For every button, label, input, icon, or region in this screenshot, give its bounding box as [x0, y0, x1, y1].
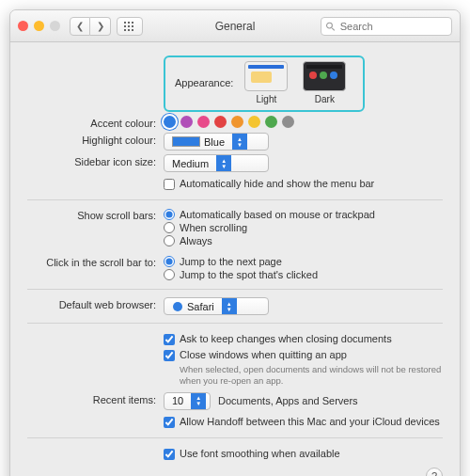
scrollbars-option-2[interactable]: Always [164, 235, 212, 246]
recent-items-value: 10 [172, 395, 183, 406]
close-icon[interactable] [18, 21, 28, 31]
stepper-arrows-icon: ▲▼ [222, 298, 237, 314]
accent-label: Accent colour: [27, 116, 164, 129]
scrollbars-label: Show scroll bars: [27, 208, 164, 221]
highlight-label: Highlight colour: [27, 133, 164, 146]
sidebar-icon-value: Medium [172, 158, 209, 169]
appearance-light-option[interactable]: Light [244, 61, 288, 104]
dark-thumb-label: Dark [315, 94, 335, 104]
sidebar-icon-select[interactable]: Medium ▲▼ [164, 154, 269, 172]
light-thumb-label: Light [257, 94, 277, 104]
separator [27, 437, 443, 438]
auto-hide-menubar-input[interactable] [164, 179, 175, 190]
svg-rect-7 [128, 29, 130, 31]
minimize-icon[interactable] [34, 21, 44, 31]
search-icon [325, 21, 336, 32]
recent-items-select[interactable]: 10 ▲▼ [164, 392, 211, 410]
safari-icon [172, 301, 183, 312]
highlight-swatch-icon [172, 136, 200, 147]
zoom-icon[interactable] [50, 21, 60, 31]
ask-keep-checkbox[interactable]: Ask to keep changes when closing documen… [164, 333, 392, 345]
prefs-window: ❮ ❯ General Appearance: Ligh [9, 9, 461, 476]
svg-rect-0 [124, 22, 126, 24]
stepper-arrows-icon: ▲▼ [191, 393, 206, 409]
scrollbars-group: Automatically based on mouse or trackpad… [164, 208, 443, 247]
click-scroll-radio-0[interactable] [164, 256, 175, 267]
accent-color-5[interactable] [248, 116, 260, 128]
separator [27, 289, 443, 290]
click-scroll-option-1[interactable]: Jump to the spot that's clicked [164, 269, 318, 280]
scrollbars-radio-0[interactable] [164, 209, 175, 220]
click-scroll-option-label: Jump to the spot that's clicked [180, 269, 318, 280]
svg-rect-6 [124, 29, 126, 31]
ask-keep-label: Ask to keep changes when closing documen… [180, 333, 392, 344]
sidebar-icon-label: Sidebar icon size: [27, 154, 164, 167]
font-smoothing-checkbox[interactable]: Use font smoothing when available [164, 448, 340, 460]
click-scroll-group: Jump to the next pageJump to the spot th… [164, 255, 443, 281]
appearance-label: Appearance: [175, 77, 233, 88]
close-windows-checkbox[interactable]: Close windows when quitting an app [164, 349, 347, 361]
scrollbars-radio-2[interactable] [164, 235, 175, 246]
scrollbars-option-label: When scrolling [180, 222, 247, 233]
handoff-input[interactable] [164, 417, 175, 428]
accent-color-3[interactable] [214, 116, 227, 128]
highlight-select[interactable]: Blue ▲▼ [164, 133, 269, 151]
accent-color-1[interactable] [180, 116, 193, 128]
auto-hide-menubar-label: Automatically hide and show the menu bar [180, 178, 374, 189]
browser-value: Safari [187, 301, 214, 312]
scrollbars-option-0[interactable]: Automatically based on mouse or trackpad [164, 209, 375, 220]
accent-color-7[interactable] [282, 116, 294, 128]
highlight-value: Blue [204, 136, 225, 148]
svg-point-11 [173, 302, 182, 311]
svg-point-9 [327, 23, 333, 28]
click-scroll-option-0[interactable]: Jump to the next page [164, 256, 282, 267]
accent-color-0[interactable] [164, 116, 176, 128]
separator [27, 199, 443, 200]
scrollbars-radio-1[interactable] [164, 222, 175, 233]
appearance-dark-option[interactable]: Dark [303, 61, 346, 104]
close-windows-label: Close windows when quitting an app [180, 349, 347, 360]
svg-rect-3 [124, 25, 126, 27]
accent-color-2[interactable] [197, 116, 210, 128]
scrollbars-option-1[interactable]: When scrolling [164, 222, 247, 233]
click-scroll-label: Click in the scroll bar to: [27, 255, 164, 268]
scrollbars-option-label: Automatically based on mouse or trackpad [180, 209, 375, 220]
show-all-button[interactable] [117, 17, 143, 36]
forward-button[interactable]: ❯ [90, 17, 111, 36]
click-scroll-option-label: Jump to the next page [180, 256, 282, 267]
browser-label: Default web browser: [27, 297, 164, 310]
svg-rect-5 [132, 25, 133, 27]
grid-icon [124, 22, 135, 31]
browser-select[interactable]: Safari ▲▼ [164, 297, 269, 315]
recent-items-suffix: Documents, Apps and Servers [218, 395, 358, 406]
stepper-arrows-icon: ▲▼ [216, 155, 231, 171]
titlebar: ❮ ❯ General [10, 10, 460, 42]
traffic-lights [18, 21, 60, 31]
back-button[interactable]: ❮ [70, 17, 90, 36]
font-smoothing-label: Use font smoothing when available [180, 448, 340, 459]
close-windows-input[interactable] [164, 350, 175, 361]
font-smoothing-input[interactable] [164, 449, 175, 460]
appearance-highlight-box: Appearance: Light Dark [164, 56, 365, 112]
handoff-label: Allow Handoff between this Mac and your … [180, 416, 440, 427]
close-windows-fine-print: When selected, open documents and window… [180, 364, 443, 387]
search-input[interactable] [338, 20, 447, 33]
light-thumb-icon [244, 61, 288, 91]
accent-color-4[interactable] [231, 116, 243, 128]
ask-keep-input[interactable] [164, 334, 175, 345]
click-scroll-radio-1[interactable] [164, 269, 175, 280]
help-button[interactable]: ? [426, 468, 443, 476]
accent-color-row [164, 116, 443, 128]
svg-rect-1 [128, 22, 130, 24]
search-field[interactable] [321, 17, 452, 36]
svg-rect-2 [132, 22, 133, 24]
accent-color-6[interactable] [265, 116, 277, 128]
nav-buttons: ❮ ❯ [70, 17, 111, 36]
svg-rect-8 [132, 29, 133, 31]
scrollbars-option-label: Always [180, 235, 212, 246]
svg-rect-4 [128, 25, 130, 27]
separator [27, 323, 443, 324]
recent-items-label: Recent items: [27, 392, 164, 405]
auto-hide-menubar-checkbox[interactable]: Automatically hide and show the menu bar [164, 178, 374, 190]
handoff-checkbox[interactable]: Allow Handoff between this Mac and your … [164, 416, 440, 428]
